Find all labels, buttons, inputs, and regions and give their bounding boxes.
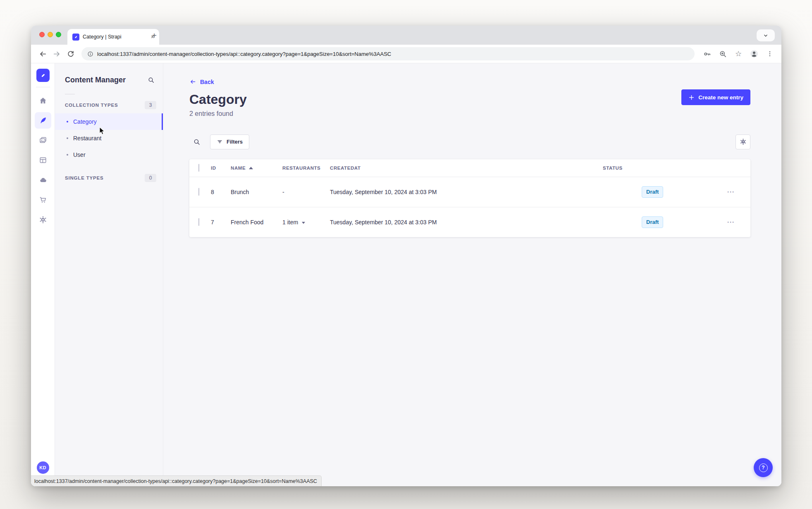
subnav-title: Content Manager (65, 76, 126, 84)
sidebar-item-home[interactable] (35, 92, 51, 109)
status-bar-link-preview: localhost:1337/admin/content-manager/col… (31, 475, 322, 486)
row-actions-menu[interactable]: ··· (727, 218, 750, 226)
maximize-window-button[interactable] (56, 32, 61, 37)
zoom-in-icon[interactable] (716, 47, 729, 60)
table-header-row: ID NAME RESTAURANTS CREATEDAT STATUS (189, 159, 750, 177)
filters-label: Filters (227, 139, 243, 145)
list-action-bar: Filters (189, 134, 750, 149)
search-entries-button[interactable] (189, 134, 204, 149)
filter-icon (217, 139, 223, 145)
help-question-icon: ? (759, 463, 768, 472)
cloud-icon (39, 176, 47, 184)
marketplace-cart-icon (39, 196, 47, 204)
entries-table: ID NAME RESTAURANTS CREATEDAT STATUS 8 B… (189, 159, 750, 237)
single-types-label: SINGLE TYPES (65, 175, 103, 180)
subnav-divider (65, 94, 75, 94)
sidebar-item-settings[interactable] (35, 211, 51, 228)
tab-search-chevron-icon[interactable] (757, 29, 775, 41)
sidebar-item-content-type-builder[interactable] (35, 152, 51, 168)
sidebar-item-media-library[interactable] (35, 132, 51, 149)
site-info-icon[interactable] (87, 51, 93, 57)
back-icon[interactable] (36, 47, 49, 60)
status-badge: Draft (642, 186, 663, 198)
media-library-icon (39, 136, 47, 144)
column-header-restaurants[interactable]: RESTAURANTS (282, 166, 330, 170)
row-checkbox[interactable] (198, 218, 199, 226)
restaurants-caret-icon (302, 222, 305, 224)
table-row[interactable]: 8 Brunch - Tuesday, September 10, 2024 a… (189, 177, 750, 207)
tab-strip: Category | Strapi × + (31, 26, 781, 45)
single-types-count-badge: 0 (145, 174, 156, 182)
toolbar-actions: ☆ (700, 47, 776, 60)
subnav-item-label: User (73, 151, 86, 158)
home-icon (39, 96, 47, 105)
profile-icon[interactable] (748, 47, 761, 60)
sidebar-item-deploy[interactable] (35, 172, 51, 188)
create-new-entry-button[interactable]: Create new entry (681, 89, 750, 105)
password-manager-icon[interactable] (700, 47, 714, 60)
close-window-button[interactable] (39, 32, 45, 37)
column-header-createdat[interactable]: CREATEDAT (330, 166, 603, 170)
back-label: Back (200, 79, 214, 85)
main-content: Back Category 2 entries found Create new… (163, 63, 781, 486)
bookmark-star-icon[interactable]: ☆ (732, 47, 745, 60)
browser-tab[interactable]: Category | Strapi × (67, 29, 159, 45)
tab-title: Category | Strapi (83, 34, 147, 40)
minimize-window-button[interactable] (48, 32, 53, 37)
rail-divider (36, 87, 50, 87)
cell-id: 8 (211, 189, 231, 195)
nav-rail: KD (31, 63, 55, 486)
status-badge: Draft (642, 216, 663, 228)
cell-name: French Food (231, 219, 282, 226)
bullet-icon (67, 137, 68, 139)
collection-types-count-badge: 3 (145, 101, 156, 109)
view-settings-button[interactable] (736, 134, 750, 149)
forward-icon[interactable] (50, 47, 63, 60)
content-type-builder-icon (39, 156, 47, 164)
new-tab-button[interactable]: + (148, 30, 160, 41)
search-icon (193, 138, 201, 146)
user-avatar[interactable]: KD (37, 461, 49, 474)
bullet-icon (67, 121, 68, 122)
select-all-checkbox[interactable] (198, 164, 199, 172)
subnav-item-category[interactable]: Category (55, 113, 163, 130)
browser-menu-icon[interactable] (763, 47, 776, 60)
strapi-logo-icon[interactable] (36, 69, 50, 82)
table-row[interactable]: 7 French Food 1 item Tuesday, September … (189, 207, 750, 237)
browser-window: Category | Strapi × + localhost:1337/adm… (31, 26, 781, 486)
url-text[interactable]: localhost:1337/admin/content-manager/col… (97, 51, 391, 57)
sort-ascending-icon (249, 167, 253, 169)
entries-count: 2 entries found (189, 110, 750, 118)
content-manager-subnav: Content Manager COLLECTION TYPES 3 Categ… (55, 63, 163, 486)
cell-name: Brunch (231, 189, 282, 195)
cell-createdat: Tuesday, September 10, 2024 at 3:03 PM (330, 189, 603, 195)
desktop: { "browser": { "tab_title": "Category | … (0, 0, 812, 509)
row-actions-menu[interactable]: ··· (727, 188, 750, 195)
gear-icon (740, 138, 747, 145)
bullet-icon (67, 154, 68, 156)
subnav-search-button[interactable] (145, 74, 157, 86)
address-bar[interactable]: localhost:1337/admin/content-manager/col… (81, 47, 695, 60)
column-header-id[interactable]: ID (211, 166, 231, 170)
sidebar-item-content-manager[interactable] (35, 112, 51, 129)
cell-restaurants[interactable]: 1 item (282, 219, 330, 226)
collection-types-label: COLLECTION TYPES (65, 103, 118, 108)
subnav-item-label: Category (73, 118, 97, 125)
create-new-entry-label: Create new entry (698, 94, 743, 101)
star-glyph: ☆ (735, 50, 742, 58)
subnav-item-restaurant[interactable]: Restaurant (55, 130, 163, 146)
column-header-name[interactable]: NAME (231, 166, 282, 170)
reload-icon[interactable] (64, 47, 77, 60)
subnav-item-user[interactable]: User (55, 146, 163, 163)
strapi-app: KD Content Manager COLLECTION TYPES 3 Ca… (31, 63, 781, 486)
window-controls (39, 32, 61, 37)
filters-button[interactable]: Filters (210, 134, 249, 149)
sidebar-item-marketplace[interactable] (35, 192, 51, 208)
row-checkbox[interactable] (198, 188, 199, 196)
help-button[interactable]: ? (754, 458, 773, 477)
content-manager-feather-icon (39, 116, 47, 125)
back-link[interactable]: Back (189, 78, 214, 85)
cell-createdat: Tuesday, September 10, 2024 at 3:03 PM (330, 219, 603, 226)
subnav-item-label: Restaurant (73, 135, 101, 142)
column-header-status[interactable]: STATUS (603, 166, 706, 170)
